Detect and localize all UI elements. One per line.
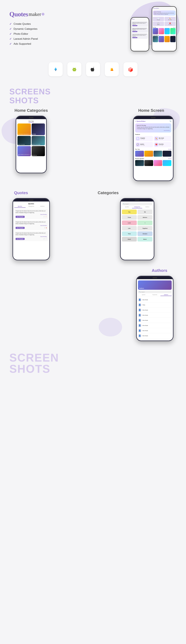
pq-see-all-btn[interactable]: See All bbox=[168, 158, 171, 159]
authors-search-bar[interactable]: 🔍 Search bbox=[138, 291, 172, 293]
quotes-icon: 💬 bbox=[157, 22, 159, 24]
feature-item-laravel: ✓ Laravel Admin Panel bbox=[9, 37, 84, 41]
author-plato[interactable]: 👤 Plato bbox=[138, 302, 172, 308]
quotes-cell[interactable]: 💬 Quotes bbox=[153, 22, 164, 26]
author-elon-3[interactable]: 👤 Elon Musk bbox=[138, 313, 172, 318]
logo-blob-dot bbox=[42, 13, 44, 16]
cat-dreams[interactable]: Dreams bbox=[137, 232, 152, 236]
logo-mini: QuotesMaker bbox=[153, 8, 159, 9]
for-you-row: For You See All bbox=[153, 27, 175, 34]
share-icon[interactable]: ⤴ bbox=[44, 216, 44, 218]
cat-i[interactable]: I bbox=[137, 220, 152, 225]
cat-tab-authors[interactable]: Authors bbox=[142, 206, 152, 208]
see-all-link[interactable]: See All bbox=[173, 27, 175, 28]
home-screen-phone: ☰ QuotesMaker 🔍 Quote Of The Day People … bbox=[133, 116, 173, 181]
quotes-card[interactable]: 💬 Quotes Free Image bbox=[135, 142, 153, 147]
auth-tab-quotes[interactable]: Quotes bbox=[138, 294, 149, 296]
fy-img-1 bbox=[135, 151, 144, 157]
heart-icon-empty[interactable]: ♡ bbox=[45, 238, 47, 240]
template-cell[interactable]: 📄 Template bbox=[153, 17, 164, 21]
heart-icon[interactable]: ♡ bbox=[45, 216, 47, 218]
quotes-tab-categories[interactable]: Categories bbox=[26, 206, 37, 208]
cat-together[interactable]: Together bbox=[137, 226, 152, 230]
check-icon: ✓ bbox=[9, 27, 12, 31]
share-icon[interactable]: ⤴ bbox=[44, 227, 45, 229]
template-label: Template bbox=[157, 19, 160, 20]
use-template-btn-3[interactable]: Use Template bbox=[16, 238, 25, 240]
quotes-tab-quotes[interactable]: Quotes bbox=[14, 206, 26, 208]
feature-label: Dynamic Categories bbox=[14, 28, 37, 30]
menu-icon[interactable]: ☰ bbox=[135, 121, 136, 122]
share-icon[interactable]: ⤴ bbox=[44, 238, 44, 240]
author-elon-2[interactable]: 👤 Elon Musk bbox=[138, 308, 172, 313]
author-avatar-7: 👤 bbox=[138, 334, 141, 338]
feature-label: Photo Editor bbox=[14, 32, 28, 36]
qod-card: Quote Of The Day People have the illusio… bbox=[135, 123, 171, 132]
search-placeholder: Search bbox=[141, 292, 145, 292]
screenshots-title-2: SHOTS bbox=[9, 96, 177, 105]
heart-icon: ♡ bbox=[43, 146, 44, 148]
svg-line-7 bbox=[75, 68, 76, 68]
quotes-phone-content: Quotes Quotes Categories Authors People … bbox=[13, 202, 49, 260]
tech-firebase bbox=[105, 62, 119, 76]
use-template-btn-1[interactable]: Use Template bbox=[16, 216, 25, 218]
use-template-btn-mini[interactable]: Use Template bbox=[132, 31, 137, 32]
app-name: QuotesMaker bbox=[136, 120, 146, 122]
see-all-link-2[interactable]: See All bbox=[173, 35, 175, 36]
author-elon-6[interactable]: 👤 Elon Musk bbox=[138, 328, 172, 333]
use-template-btn-mini[interactable]: Use Template bbox=[132, 25, 137, 26]
use-template-btn-mini[interactable]: Use Template bbox=[132, 37, 137, 38]
auth-tab-authors[interactable]: Authors bbox=[160, 294, 172, 296]
my-create-cell[interactable]: ✏️ My Create bbox=[164, 17, 176, 21]
cat-like[interactable]: Like bbox=[122, 226, 137, 230]
cat-never[interactable]: Never bbox=[137, 237, 152, 242]
photo-2: FOCUSED ♡ bbox=[32, 124, 45, 135]
phone-inner-large: QuotesMaker Quote Of The Day People have… bbox=[152, 7, 176, 51]
app-bar: ☰ QuotesMaker 🔍 bbox=[135, 120, 171, 122]
pq-img-2 bbox=[144, 160, 153, 166]
author-name-2: Elon Musk bbox=[142, 310, 148, 311]
cat-heart[interactable]: Heart bbox=[122, 237, 137, 242]
authors-phone-inner: Authors 🔍 Search Quotes Keywords Authors bbox=[137, 276, 173, 340]
quotes-sub: Free Image bbox=[140, 145, 145, 146]
check-icon: ✓ bbox=[9, 22, 12, 26]
cat-love[interactable]: Love bbox=[122, 220, 137, 225]
img-cell-2 bbox=[158, 28, 164, 34]
favorites-card[interactable]: ❤️ Favorites Free Image bbox=[154, 142, 171, 147]
logo-quotes: Quotes bbox=[9, 10, 28, 18]
cat-tab-quotes[interactable]: Quotes bbox=[122, 206, 132, 208]
heart-icon-filled[interactable]: ♥ bbox=[46, 227, 47, 229]
action-icons: ⤴ ♡ bbox=[44, 238, 47, 240]
cat-tab-categories[interactable]: Categories bbox=[132, 206, 142, 208]
tech-laravel: L bbox=[123, 62, 137, 76]
cat-time[interactable]: Time bbox=[122, 232, 137, 236]
qod-text-mini: People have the illusion that all over t… bbox=[154, 12, 175, 15]
template-card[interactable]: 📄 Template Free Image bbox=[135, 136, 153, 141]
for-you-tab[interactable]: For You bbox=[29, 120, 34, 122]
auth-tab-keywords[interactable]: Keywords bbox=[149, 294, 160, 296]
author-elon-7[interactable]: 👤 Elon Musk bbox=[138, 333, 172, 338]
quotes-phone-inner: Quotes Quotes Categories Authors People … bbox=[13, 199, 49, 260]
use-template-btn-2[interactable]: Use Template bbox=[16, 227, 25, 229]
favorites-cell[interactable]: ❤️ Favorites bbox=[164, 22, 176, 26]
for-you-row-title: For You bbox=[135, 148, 140, 150]
cat-me[interactable]: Me bbox=[137, 210, 152, 214]
cat-believe[interactable]: Believe bbox=[137, 215, 152, 220]
quotes-tab-authors[interactable]: Authors bbox=[37, 206, 48, 208]
author-name-4: Elon Musk bbox=[142, 320, 148, 321]
cat-you[interactable]: You bbox=[122, 210, 137, 214]
quotes-section-label: Quotes bbox=[14, 190, 28, 195]
author-elon-4[interactable]: 👤 Elon Musk bbox=[138, 318, 172, 323]
author-elon-1[interactable]: 👤 Elon Musk bbox=[138, 297, 172, 302]
svg-line-6 bbox=[73, 68, 74, 68]
quote-card-3: People have the illusion that all over t… bbox=[132, 33, 148, 39]
search-icon[interactable]: 🔍 bbox=[169, 120, 171, 122]
search-bar[interactable]: 🔍 Search bbox=[122, 203, 152, 205]
qod-label-mini: Quote Of The Day bbox=[154, 11, 175, 12]
tech-icons-section: L bbox=[0, 58, 186, 81]
see-all-btn[interactable]: See All bbox=[168, 149, 171, 150]
my-create-card[interactable]: ✏️ My Create Free Image bbox=[154, 136, 171, 141]
author-elon-5[interactable]: 👤 Elon Musk bbox=[138, 323, 172, 328]
cat-think[interactable]: Think bbox=[122, 215, 137, 220]
feature-label: Laravel Admin Panel bbox=[14, 37, 38, 40]
